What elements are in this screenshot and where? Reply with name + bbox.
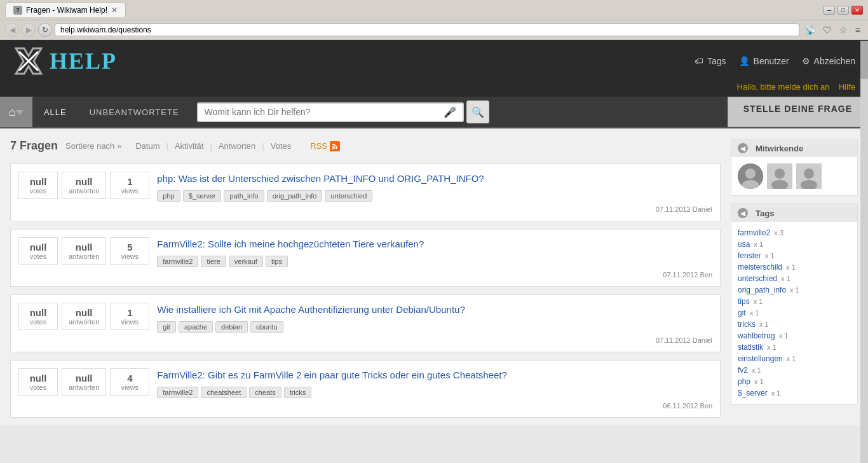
votes-value-0: null <box>25 176 51 187</box>
sort-votes[interactable]: Votes <box>264 139 298 153</box>
sidebar-tag-row: fv2x 1 <box>738 366 851 375</box>
home-button[interactable]: ⌂ <box>0 97 32 127</box>
sidebar-tag-count: x 1 <box>752 366 761 374</box>
search-input[interactable] <box>205 107 440 117</box>
sidebar-tag-name[interactable]: orig_path_info <box>738 286 786 294</box>
views-box-3: 4 views <box>110 368 149 396</box>
badges-label: Abzeichen <box>814 56 855 66</box>
scrollbar-track[interactable] <box>860 41 868 425</box>
users-nav-item[interactable]: 👤 Benutzer <box>739 56 789 66</box>
close-button[interactable]: ✕ <box>851 6 863 15</box>
sidebar-tag-name[interactable]: fv2 <box>738 366 748 375</box>
search-button[interactable]: 🔍 <box>466 100 489 123</box>
question-meta-1: 07.11.2012 Ben <box>157 271 712 279</box>
question-body-0: php: Was ist der Unterschied zwischen PA… <box>157 172 712 213</box>
sidebar-tag-row: phpx 1 <box>738 377 851 386</box>
browser-tab[interactable]: ? Fragen - Wikiwam Help! ✕ <box>5 3 126 17</box>
sidebar-tag-count: x 3 <box>774 229 783 237</box>
tag-cheats[interactable]: cheats <box>249 387 281 398</box>
tag-debian[interactable]: debian <box>215 321 248 333</box>
question-body-2: Wie installiere ich Git mit Apache Authe… <box>157 303 712 344</box>
tag-cheatsheet[interactable]: cheatsheet <box>201 387 247 398</box>
sidebar-tag-name[interactable]: meisterschild <box>738 263 782 272</box>
badges-nav-item[interactable]: ⚙ Abzeichen <box>802 56 855 66</box>
question-title-3[interactable]: FarmVille2: Gibt es zu FarmVille 2 ein p… <box>157 368 712 382</box>
adblock-icon[interactable]: 🛡 <box>820 25 834 35</box>
contributors-section: ◀ Mitwirkende <box>731 139 858 196</box>
sidebar-tag-name[interactable]: einstellungen <box>738 354 783 363</box>
tag-apache[interactable]: apache <box>179 321 213 333</box>
nav-all[interactable]: ALLE <box>32 100 78 125</box>
star-icon[interactable]: ☆ <box>837 25 850 35</box>
browser-titlebar: ? Fragen - Wikiwam Help! ✕ ─ □ ✕ <box>0 0 868 20</box>
svg-point-3 <box>332 147 334 149</box>
maximize-button[interactable]: □ <box>837 6 849 15</box>
question-title-0[interactable]: php: Was ist der Unterschied zwischen PA… <box>157 172 712 185</box>
sort-antworten[interactable]: Antworten <box>212 139 262 153</box>
tab-close-button[interactable]: ✕ <box>111 6 118 15</box>
sort-aktivitat[interactable]: Aktivität <box>168 139 210 153</box>
sidebar-tag-name[interactable]: php <box>738 377 750 386</box>
sidebar-tag-name[interactable]: wahlbetrug <box>738 331 775 340</box>
sidebar-tag-name[interactable]: tips <box>738 297 750 306</box>
tags-header: ◀ Tags <box>731 204 857 222</box>
url-input[interactable] <box>60 25 794 34</box>
tags-nav-item[interactable]: 🏷 Tags <box>695 56 726 66</box>
sidebar-tag-name[interactable]: statistik <box>738 343 763 352</box>
tag-unterschied[interactable]: unterschied <box>325 190 372 202</box>
question-title-1[interactable]: FarmVille2: Sollte ich meine hochgezücht… <box>157 237 712 251</box>
sidebar-tag-name[interactable]: $_server <box>738 389 768 397</box>
back-button[interactable]: ◀ <box>5 23 19 37</box>
tag-ubuntu[interactable]: ubuntu <box>250 321 283 333</box>
address-bar[interactable] <box>55 24 799 36</box>
avatar-2 <box>767 163 792 189</box>
rss-label[interactable]: RSS <box>310 141 327 151</box>
sidebar-tag-name[interactable]: fenster <box>738 251 761 260</box>
sidebar-tag-count: x 1 <box>779 332 789 340</box>
answers-label-2: antworten <box>69 318 99 326</box>
question-stats-0: null votes null antworten 1 views <box>18 172 149 199</box>
sidebar-tag-name[interactable]: farmville2 <box>738 228 770 237</box>
sidebar-tag-name[interactable]: usa <box>738 240 750 249</box>
browser-chrome: ? Fragen - Wikiwam Help! ✕ ─ □ ✕ ◀ ▶ ↻ 📡… <box>0 0 868 40</box>
sidebar-tag-count: x 1 <box>767 343 776 351</box>
tag-path_info[interactable]: path_info <box>224 190 264 202</box>
sidebar-tag-name[interactable]: tricks <box>738 320 756 329</box>
forward-button[interactable]: ▶ <box>22 23 36 37</box>
question-title-2[interactable]: Wie installiere ich Git mit Apache Authe… <box>157 303 712 316</box>
tag-orig_path_info[interactable]: orig_path_info <box>267 190 323 202</box>
tag-git[interactable]: git <box>157 321 176 333</box>
sidebar-tag-count: x 1 <box>786 263 796 271</box>
tag-server[interactable]: $_server <box>183 190 222 202</box>
tag-farmville2-1[interactable]: farmville2 <box>157 256 198 267</box>
help-link[interactable]: Hilfe <box>839 82 855 92</box>
tag-php[interactable]: php <box>157 190 180 202</box>
ask-question-button[interactable]: STELLE DEINE FRAGE <box>728 97 868 127</box>
sort-datum[interactable]: Datum <box>129 139 166 153</box>
rss-browser-icon[interactable]: 📡 <box>802 25 818 35</box>
tag-farmville2-3[interactable]: farmville2 <box>157 387 198 398</box>
sidebar-tag-count: x 1 <box>787 355 796 363</box>
tag-tips[interactable]: tips <box>266 256 288 267</box>
answers-value-0: null <box>69 176 99 187</box>
sidebar-tag-count: x 1 <box>754 240 763 248</box>
sidebar-tag-name[interactable]: unterschied <box>738 274 777 283</box>
question-meta-3: 06.11.2012 Ben <box>157 402 712 410</box>
rss-icon[interactable] <box>330 141 340 151</box>
contributors-collapse-icon[interactable]: ◀ <box>738 143 748 153</box>
views-value-3: 4 <box>117 373 142 384</box>
login-link[interactable]: Hallo, bitte melde dich an <box>737 82 830 92</box>
tag-tiere[interactable]: tiere <box>201 256 226 267</box>
tag-tricks[interactable]: tricks <box>284 387 312 398</box>
tag-verkauf[interactable]: verkauf <box>229 256 263 267</box>
scrollbar-thumb[interactable] <box>860 41 868 79</box>
minimize-button[interactable]: ─ <box>824 6 835 15</box>
tags-collapse-icon[interactable]: ◀ <box>738 208 748 218</box>
answers-box-0: null antworten <box>62 172 106 199</box>
reload-button[interactable]: ↻ <box>38 23 52 37</box>
nav-unanswered[interactable]: UNBEANTWORTETE <box>78 100 191 125</box>
sort-label: Sortiere nach » <box>65 141 121 151</box>
menu-icon[interactable]: ≡ <box>853 25 863 35</box>
sidebar-tag-name[interactable]: git <box>738 308 746 317</box>
votes-box-2: null votes <box>18 303 58 330</box>
